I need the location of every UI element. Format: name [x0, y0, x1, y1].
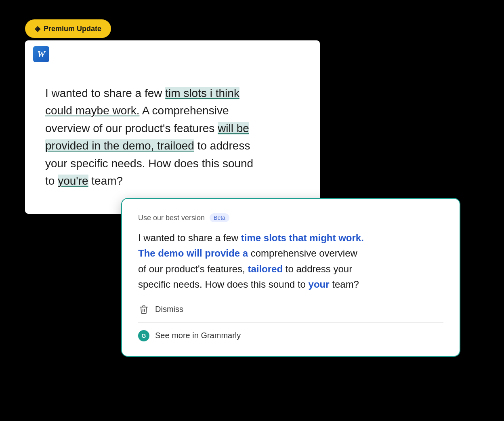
text-underline-5: you're: [58, 175, 88, 187]
popup-actions: Dismiss G See more in Grammarly: [138, 304, 443, 341]
popup-text-normal-2: comprehensive overview: [248, 248, 357, 259]
text-normal-5: your specific needs. How does this sound: [45, 157, 253, 170]
word-content: I wanted to share a few tim slots i thin…: [25, 68, 320, 214]
popup-text-normal-3: of our product's features,: [138, 263, 248, 274]
word-header: W: [25, 40, 320, 68]
text-normal-7: team?: [88, 175, 123, 187]
text-underline-4: provided in the demo, trailoed: [45, 139, 194, 152]
popup-body: I wanted to share a few time slots that …: [138, 230, 443, 293]
dismiss-action[interactable]: Dismiss: [138, 304, 443, 315]
popup-text-normal-5: specific needs. How does this sound to: [138, 279, 309, 290]
popup-text-blue-4: your: [309, 279, 330, 290]
grammarly-action[interactable]: G See more in Grammarly: [138, 330, 443, 341]
text-normal: I wanted to share a few: [45, 87, 165, 99]
popup-text-normal-4: to address your: [283, 263, 352, 274]
text-normal-3: overview of our product's features: [45, 122, 218, 135]
dismiss-label: Dismiss: [155, 305, 183, 314]
popup-text-normal-1: I wanted to share a few: [138, 232, 241, 243]
grammarly-icon: G: [138, 330, 149, 341]
action-divider: [138, 322, 443, 323]
popup-header-text: Use our best version: [138, 214, 205, 222]
grammarly-label: See more in Grammarly: [155, 331, 241, 340]
text-underline-2: could maybe work.: [45, 104, 139, 117]
popup-header: Use our best version Beta: [138, 213, 443, 222]
beta-badge: Beta: [210, 213, 229, 222]
popup-text-normal-6: team?: [330, 279, 359, 290]
word-document-card: W I wanted to share a few tim slots i th…: [25, 40, 320, 214]
diamond-icon: ◈: [35, 24, 40, 33]
text-normal-4: to address: [194, 139, 250, 152]
text-underline-3: will be: [218, 122, 249, 135]
trash-icon: [138, 304, 149, 315]
premium-badge-label: Premium Update: [44, 25, 101, 33]
premium-badge[interactable]: ◈ Premium Update: [25, 19, 111, 38]
word-logo: W: [33, 46, 49, 62]
text-normal-6: to: [45, 175, 58, 187]
popup-text-blue-3: tailored: [248, 263, 283, 274]
text-underline-1: tim slots i think: [165, 87, 239, 99]
popup-text-blue-1: time slots that might work.: [241, 232, 364, 243]
text-normal-2: A comprehensive: [139, 104, 229, 117]
grammarly-popup: Use our best version Beta I wanted to sh…: [121, 198, 460, 357]
popup-text-blue-2: The demo will provide a: [138, 248, 248, 259]
